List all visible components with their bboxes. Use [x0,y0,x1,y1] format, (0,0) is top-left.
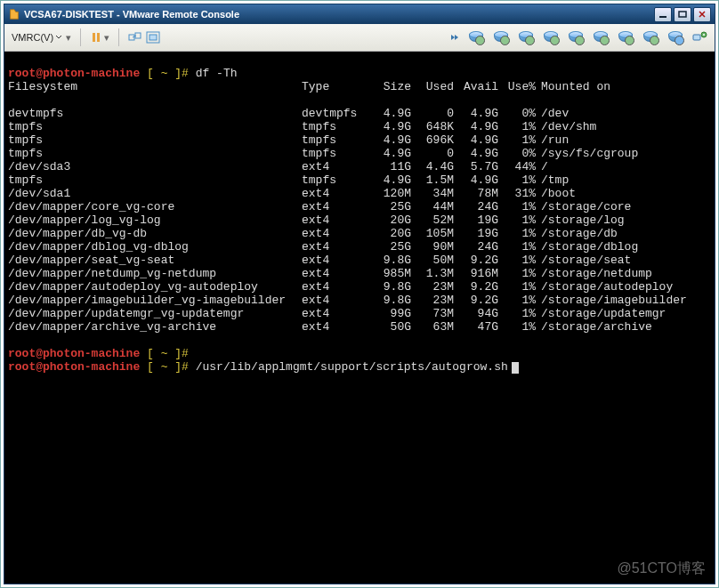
device-disk-2[interactable] [490,29,510,45]
df-row: /dev/mapper/netdump_vg-netdumpext4985M1.… [8,267,711,280]
more-icon[interactable] [448,31,460,44]
svg-rect-0 [659,16,666,18]
df-row: /dev/mapper/updatemgr_vg-updatemgrext499… [8,307,711,320]
device-disk-5[interactable] [565,29,585,45]
df-row: /dev/sda1ext4120M34M78M31%/boot [8,187,711,200]
minimize-button[interactable] [654,7,672,22]
df-row: /dev/mapper/core_vg-coreext425G44M24G1%/… [8,200,711,213]
window-titlebar: VCSA67-DISKTEST - VMware Remote Console [4,4,715,24]
device-disk-9[interactable] [665,29,684,45]
df-row: tmpfstmpfs4.9G696K4.9G1%/run [8,133,711,147]
df-row: /dev/mapper/db_vg-dbext420G105M19G1%/sto… [8,227,711,240]
device-disk-7[interactable] [615,29,634,45]
command-1: df -Th [196,67,238,80]
df-row: /dev/mapper/archive_vg-archiveext450G63M… [8,320,711,334]
connect-device-button[interactable] [690,28,709,46]
send-cad-button[interactable] [126,29,144,45]
close-button[interactable] [693,7,711,22]
window-title: VCSA67-DISKTEST - VMware Remote Console [24,9,239,20]
svg-rect-3 [97,33,100,42]
df-row: /dev/mapper/dblog_vg-dblogext425G90M24G1… [8,240,711,254]
df-row: tmpfstmpfs4.9G648K4.9G1%/dev/shm [8,120,711,133]
terminal[interactable]: root@photon-machine [ ~ ]# df -Th Filesy… [4,52,715,584]
svg-rect-1 [679,12,686,17]
device-disk-8[interactable] [640,29,659,45]
df-row: devtmpfsdevtmpfs4.9G04.9G0%/dev [8,107,711,120]
df-header: FilesystemTypeSizeUsedAvailUse%Mounted o… [8,80,711,93]
df-row: /dev/mapper/autodeploy_vg-autodeployext4… [8,280,711,294]
vmrc-menu[interactable]: VMRC(V) ▾ [10,30,73,45]
prompt-path-2: [ ~ ]# [147,347,189,360]
app-icon [8,8,20,20]
device-disk-1[interactable] [465,29,485,45]
df-row: /dev/mapper/imagebuilder_vg-imagebuilder… [8,294,711,307]
df-row: /dev/mapper/log_vg-logext420G52M19G1%/st… [8,213,711,227]
prompt-path: [ ~ ]# [147,67,189,80]
device-disk-4[interactable] [540,29,560,45]
prompt-user-3: root@photon-machine [8,360,140,374]
prompt-user-2: root@photon-machine [8,347,140,360]
df-row: /dev/sda3ext411G4.4G5.7G44%/ [8,160,711,173]
svg-rect-8 [693,35,700,40]
svg-rect-2 [93,33,95,42]
fullscreen-button[interactable] [144,29,162,45]
vmrc-menu-label: VMRC(V) [12,32,53,43]
df-row: tmpfstmpfs4.9G1.5M4.9G1%/tmp [8,173,711,187]
svg-rect-7 [149,35,157,40]
prompt-user: root@photon-machine [8,67,140,80]
df-row: tmpfstmpfs4.9G04.9G0%/sys/fs/cgroup [8,147,711,160]
device-disk-3[interactable] [515,29,535,45]
df-row: /dev/mapper/seat_vg-seatext49.8G50M9.2G1… [8,254,711,267]
cursor [512,362,519,374]
pause-button[interactable]: ▾ [88,29,111,45]
command-2: /usr/lib/applmgmt/support/scripts/autogr… [196,360,508,374]
prompt-path-3: [ ~ ]# [147,360,189,374]
maximize-button[interactable] [674,7,691,22]
device-disk-6[interactable] [590,29,610,45]
toolbar: VMRC(V) ▾ ▾ [4,24,715,52]
watermark: @51CTO博客 [617,560,706,578]
dropdown-icon [55,34,62,41]
